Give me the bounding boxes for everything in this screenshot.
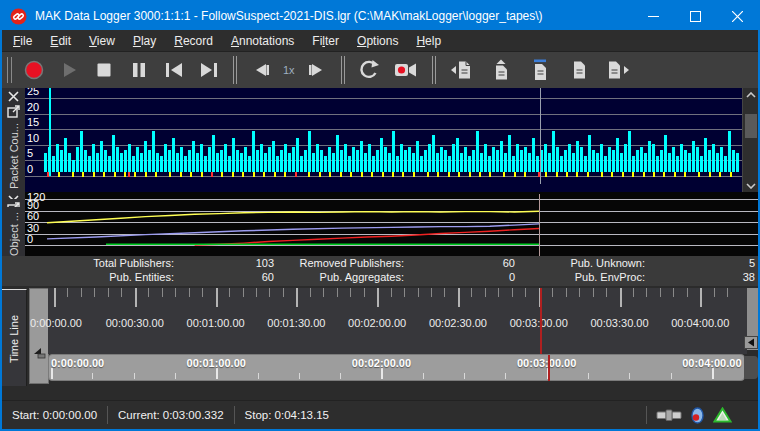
packet-panel-sidebar: Packet Cou... bbox=[2, 88, 25, 192]
packet-bar bbox=[348, 156, 351, 172]
play-button[interactable] bbox=[56, 56, 82, 84]
packet-bar bbox=[76, 147, 79, 172]
record-video-button[interactable] bbox=[391, 56, 421, 84]
popout-panel-icon[interactable] bbox=[7, 202, 20, 207]
packet-bar bbox=[712, 144, 715, 172]
packet-bar bbox=[60, 150, 63, 172]
stat-value: 0 bbox=[404, 271, 515, 285]
close-button[interactable] bbox=[716, 2, 758, 30]
packet-panel-title: Packet Cou... bbox=[8, 123, 20, 189]
menu-filter[interactable]: Filter bbox=[303, 31, 348, 51]
cursor-line[interactable] bbox=[539, 194, 540, 256]
timeline-ruler[interactable]: 0:00:00.0000:00:30.0000:01:00.0000:01:30… bbox=[48, 288, 747, 354]
current-annotation-button[interactable] bbox=[525, 56, 555, 84]
scroll-down-icon[interactable] bbox=[743, 179, 759, 192]
annotation-tick-red bbox=[211, 172, 213, 177]
packet-bar bbox=[224, 144, 227, 172]
dis-exercise-icon[interactable] bbox=[691, 407, 704, 424]
next-annotation-button[interactable] bbox=[603, 56, 633, 84]
close-panel-icon[interactable] bbox=[8, 195, 19, 199]
packet-bar bbox=[640, 147, 643, 172]
packet-bar bbox=[56, 144, 59, 172]
packet-bar bbox=[440, 147, 443, 172]
packet-chart-scrollbar[interactable] bbox=[742, 88, 758, 192]
menu-annotations[interactable]: Annotations bbox=[222, 31, 303, 51]
strip-tick bbox=[175, 373, 176, 379]
stop-button[interactable] bbox=[91, 56, 117, 84]
previous-annotation-button[interactable] bbox=[447, 56, 477, 84]
ruler-tick bbox=[189, 288, 190, 297]
packet-bar bbox=[188, 150, 191, 172]
annotation-tick bbox=[632, 172, 634, 177]
timeline-overview-strip[interactable]: 0:00:00.0000:01:00.0000:02:00.0000:03:00… bbox=[48, 354, 745, 381]
packet-bar bbox=[80, 131, 83, 172]
ruler-tick bbox=[135, 288, 137, 307]
packet-bar bbox=[292, 147, 295, 172]
packet-bar bbox=[404, 150, 407, 172]
menu-view[interactable]: View bbox=[80, 31, 124, 51]
packet-count-chart[interactable]: 0510152025 bbox=[25, 88, 742, 192]
annotation-tick bbox=[284, 172, 286, 177]
maximize-button[interactable] bbox=[674, 2, 716, 30]
packet-bar bbox=[464, 147, 467, 172]
timeline-left-gutter[interactable] bbox=[29, 288, 49, 384]
timeline-cursor[interactable] bbox=[540, 288, 542, 354]
annotation-tick bbox=[458, 172, 460, 177]
status-bar: Start: 0:00:00.00 Current: 0:03:00.332 S… bbox=[2, 400, 758, 429]
annotation-list-button[interactable] bbox=[564, 56, 594, 84]
toolbar-grip[interactable] bbox=[7, 57, 12, 83]
packet-bar bbox=[272, 141, 275, 172]
splitter-handle-icon[interactable] bbox=[33, 347, 46, 359]
app-logo-icon bbox=[10, 8, 27, 25]
skip-to-end-button[interactable] bbox=[196, 56, 222, 84]
annotation-tick bbox=[329, 172, 331, 177]
scroll-up-icon[interactable] bbox=[743, 88, 759, 101]
title-bar[interactable]: MAK Data Logger 3000:1:1:1 - FollowSuspe… bbox=[2, 2, 758, 30]
menu-play[interactable]: Play bbox=[124, 31, 165, 51]
menu-record[interactable]: Record bbox=[165, 31, 222, 51]
packet-bar bbox=[324, 156, 327, 172]
popout-panel-icon[interactable] bbox=[7, 105, 20, 118]
y-axis-label: 15 bbox=[27, 116, 39, 128]
annotation-up-button[interactable] bbox=[486, 56, 516, 84]
collapse-timeline-button[interactable] bbox=[744, 336, 758, 349]
scrollbar-thumb[interactable] bbox=[745, 114, 757, 138]
annotation-tick bbox=[103, 172, 105, 177]
packet-bar bbox=[388, 153, 391, 172]
annotation-tick bbox=[274, 172, 276, 177]
packet-bar bbox=[240, 153, 243, 172]
network-connection-icon[interactable] bbox=[656, 408, 682, 422]
annotation-tick bbox=[698, 172, 700, 177]
packet-bar bbox=[480, 153, 483, 172]
close-panel-icon[interactable] bbox=[8, 91, 19, 102]
record-button[interactable] bbox=[21, 56, 47, 84]
strip-cursor[interactable] bbox=[548, 355, 550, 381]
cursor-line[interactable] bbox=[540, 88, 541, 184]
network-status-triangle-icon[interactable] bbox=[713, 407, 732, 423]
packet-bar bbox=[580, 147, 583, 172]
ruler-tick bbox=[377, 288, 379, 307]
annotation-tick bbox=[124, 172, 126, 177]
skip-to-start-button[interactable] bbox=[161, 56, 187, 84]
packet-bar bbox=[532, 138, 535, 172]
stat-value: 5 bbox=[645, 257, 755, 271]
stat-label: Total Publishers: bbox=[44, 257, 174, 271]
packet-bars bbox=[44, 88, 740, 172]
menu-file[interactable]: File bbox=[4, 31, 41, 51]
ruler-tick bbox=[283, 288, 284, 297]
increase-speed-button[interactable] bbox=[304, 56, 330, 84]
tab-timeline[interactable]: Time Line bbox=[2, 289, 27, 386]
minimize-button[interactable] bbox=[632, 2, 674, 30]
ruler-tick bbox=[121, 288, 122, 297]
menu-edit[interactable]: Edit bbox=[41, 31, 80, 51]
menu-help[interactable]: Help bbox=[407, 31, 450, 51]
annotation-tick bbox=[503, 172, 505, 177]
loop-playback-button[interactable] bbox=[356, 56, 382, 84]
decrease-speed-button[interactable] bbox=[248, 56, 274, 84]
object-count-chart[interactable]: 0306090120 bbox=[25, 192, 758, 256]
packet-bar bbox=[472, 150, 475, 172]
pause-button[interactable] bbox=[126, 56, 152, 84]
packet-bar bbox=[208, 147, 211, 172]
menu-options[interactable]: Options bbox=[348, 31, 407, 51]
packet-bar bbox=[700, 156, 703, 172]
